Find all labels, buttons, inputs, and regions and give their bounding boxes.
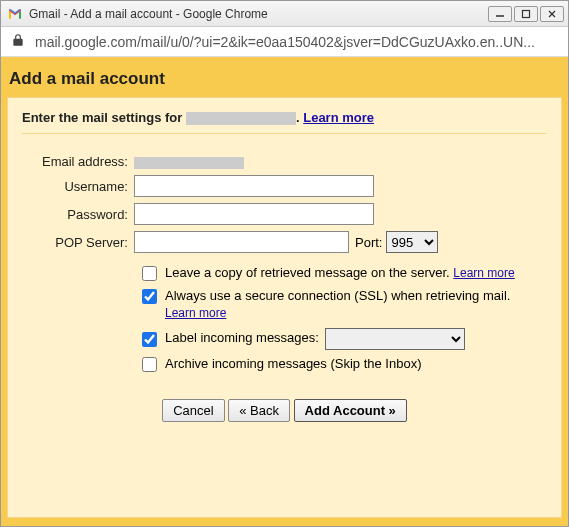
password-input[interactable] [134, 203, 374, 225]
cancel-button[interactable]: Cancel [162, 399, 224, 422]
label-email: Email address: [42, 154, 134, 169]
label-msgs-text: Label incoming messages: [165, 330, 319, 347]
archive-text: Archive incoming messages (Skip the Inbo… [165, 356, 422, 371]
chrome-window: Gmail - Add a mail account - Google Chro… [0, 0, 569, 527]
redacted-email [186, 112, 296, 125]
label-port: Port: [355, 235, 382, 250]
label-username: Username: [42, 175, 134, 197]
window-controls [488, 6, 564, 22]
archive-checkbox[interactable] [142, 357, 157, 372]
leave-copy-learn-more-link[interactable]: Learn more [453, 266, 514, 280]
username-input[interactable] [134, 175, 374, 197]
label-password: Password: [42, 203, 134, 225]
leave-copy-text: Leave a copy of retrieved message on the… [165, 265, 450, 280]
intro-text: Enter the mail settings for . Learn more [22, 110, 547, 134]
minimize-button[interactable] [488, 6, 512, 22]
ssl-checkbox[interactable] [142, 289, 157, 304]
learn-more-link[interactable]: Learn more [303, 110, 374, 125]
leave-copy-checkbox[interactable] [142, 266, 157, 281]
button-row: Cancel « Back Add Account » [22, 399, 547, 422]
add-account-button[interactable]: Add Account » [294, 399, 407, 422]
lock-icon [11, 33, 25, 50]
window-title: Gmail - Add a mail account - Google Chro… [29, 7, 488, 21]
gmail-favicon [7, 6, 23, 22]
email-value-redacted [134, 157, 244, 169]
url-text: mail.google.com/mail/u/0/?ui=2&ik=e0aa15… [35, 34, 558, 50]
address-bar[interactable]: mail.google.com/mail/u/0/?ui=2&ik=e0aa15… [1, 27, 568, 57]
options: Leave a copy of retrieved message on the… [142, 265, 547, 373]
label-select[interactable] [325, 328, 465, 350]
ssl-learn-more-link[interactable]: Learn more [165, 306, 226, 320]
back-button[interactable]: « Back [228, 399, 290, 422]
pop-server-input[interactable] [134, 231, 349, 253]
svg-rect-1 [523, 10, 530, 17]
content-inner: Enter the mail settings for . Learn more… [7, 97, 562, 518]
label-msgs-checkbox[interactable] [142, 332, 157, 347]
port-select[interactable]: 995 [386, 231, 438, 253]
close-button[interactable] [540, 6, 564, 22]
label-pop: POP Server: [42, 231, 134, 253]
form: Email address: Username: Password: POP S… [42, 148, 438, 259]
maximize-button[interactable] [514, 6, 538, 22]
intro-prefix: Enter the mail settings for [22, 110, 186, 125]
titlebar: Gmail - Add a mail account - Google Chro… [1, 1, 568, 27]
page-title: Add a mail account [7, 63, 562, 97]
content-outer: Add a mail account Enter the mail settin… [1, 57, 568, 526]
ssl-text: Always use a secure connection (SSL) whe… [165, 288, 510, 303]
